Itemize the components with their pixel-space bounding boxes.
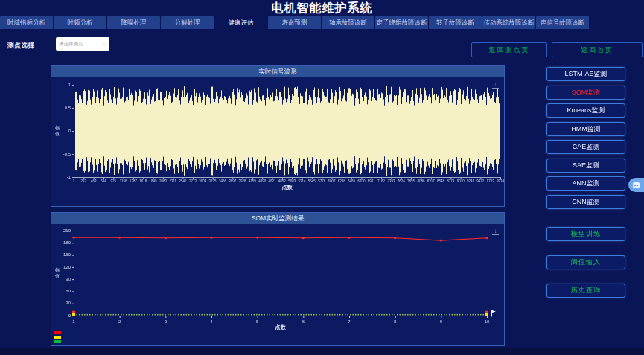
tab-10[interactable]: 传动系统故障诊断 <box>482 16 535 29</box>
tab-1[interactable]: 时域指标分析 <box>0 16 53 29</box>
legend-swatch <box>54 336 61 339</box>
chevron-down-icon: ⌄ <box>102 41 106 47</box>
action-button-2[interactable]: 阈值输入 <box>546 255 625 269</box>
point-select-label: 测点选择 <box>7 41 34 51</box>
som-chart <box>51 224 504 345</box>
tab-4[interactable]: 分解处理 <box>161 16 214 29</box>
waveform-chart <box>51 77 504 206</box>
tab-6[interactable]: 寿命预测 <box>268 16 321 29</box>
tab-bar: 时域指标分析时频分析降噪处理分解处理健康评估寿命预测轴承故障诊断定子绕组故障诊断… <box>0 16 590 29</box>
footer-strip <box>0 348 644 355</box>
tab-7[interactable]: 轴承故障诊断 <box>322 16 374 29</box>
tab-8[interactable]: 定子绕组故障诊断 <box>375 16 428 29</box>
floating-assistant-button[interactable] <box>628 178 644 192</box>
back-home-button[interactable]: 返回首页 <box>552 42 643 57</box>
tab-3[interactable]: 降噪处理 <box>107 16 160 29</box>
som-status-legend <box>54 330 63 343</box>
legend-item-1 <box>54 330 63 334</box>
legend-item-2 <box>54 335 63 339</box>
monitor-button-5[interactable]: CAE监测 <box>546 140 625 154</box>
page-title: 电机智能维护系统 <box>0 1 644 16</box>
monitor-button-3[interactable]: Kmeans监测 <box>546 103 625 118</box>
legend-swatch <box>54 331 61 334</box>
som-panel-title: SOM实时监测结果 <box>51 213 504 224</box>
legend-swatch <box>54 340 61 343</box>
point-select-placeholder: 请选择测点 <box>59 41 102 48</box>
point-select-dropdown[interactable]: 请选择测点 ⌄ <box>56 37 109 51</box>
assistant-icon <box>633 182 640 188</box>
monitor-button-6[interactable]: SAE监测 <box>546 159 625 173</box>
monitor-button-8[interactable]: CNN监测 <box>546 195 625 209</box>
realtime-waveform-panel: 实时信号波形 ↓ <box>51 65 505 207</box>
save-image-icon[interactable]: ↓ <box>492 228 499 235</box>
save-image-icon[interactable]: ↓ <box>492 82 499 89</box>
legend-item-3 <box>54 339 63 343</box>
som-result-panel: SOM实时监测结果 ↓ <box>51 212 505 346</box>
monitor-button-4[interactable]: HMM监测 <box>546 122 625 136</box>
tab-9[interactable]: 转子故障诊断 <box>429 16 482 29</box>
tab-11[interactable]: 声信号故障诊断 <box>536 16 589 29</box>
action-button-3[interactable]: 历史查询 <box>546 284 625 298</box>
tab-2[interactable]: 时频分析 <box>54 16 106 29</box>
back-to-points-button[interactable]: 返回测点页 <box>471 42 547 57</box>
action-button-1[interactable]: 模型训练 <box>546 227 625 241</box>
waveform-panel-title: 实时信号波形 <box>51 66 504 77</box>
monitor-button-1[interactable]: LSTM-AE监测 <box>546 67 625 81</box>
monitor-button-2[interactable]: SOM监测 <box>546 86 625 100</box>
monitor-button-7[interactable]: ANN监测 <box>546 176 625 191</box>
tab-5[interactable]: 健康评估 <box>214 16 267 29</box>
